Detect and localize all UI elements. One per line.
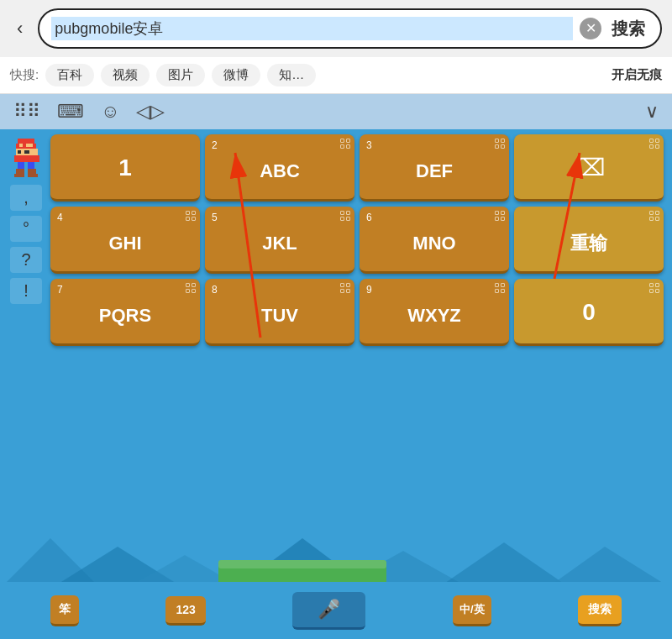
- quick-search-row: 快搜: 百科 视频 图片 微博 知… 开启无痕: [0, 57, 672, 94]
- bottom-key-mic[interactable]: 🎤: [292, 592, 365, 630]
- svg-rect-9: [18, 162, 24, 169]
- quick-tag-image[interactable]: 图片: [156, 64, 205, 86]
- corner-dots-wxyz: [495, 283, 505, 293]
- cursor-icon[interactable]: ◁▷: [136, 101, 165, 123]
- collapse-button[interactable]: ∨: [645, 101, 659, 123]
- back-button[interactable]: ‹: [10, 14, 29, 43]
- svg-rect-11: [16, 169, 24, 174]
- side-char-degree[interactable]: °: [10, 216, 42, 242]
- corner-dots-bs: [649, 139, 659, 149]
- corner-dots-def: [495, 139, 505, 149]
- key-tuv-label: TUV: [261, 305, 298, 327]
- bottom-key-ben[interactable]: 笨: [50, 595, 79, 626]
- svg-rect-6: [24, 150, 29, 154]
- corner-dots-ghi: [186, 211, 196, 221]
- mario-character: [7, 134, 45, 183]
- svg-rect-7: [21, 150, 24, 154]
- key-9-number: 9: [366, 284, 372, 296]
- toolbar-left: ⠿⠿ ⌨ ☺ ◁▷: [13, 101, 165, 123]
- grid-icon[interactable]: ⠿⠿: [13, 101, 40, 123]
- key-4-number: 4: [57, 212, 63, 223]
- no-trace-button[interactable]: 开启无痕: [612, 67, 662, 83]
- search-button[interactable]: 搜索: [608, 18, 648, 40]
- svg-rect-8: [14, 155, 39, 162]
- key-wxyz[interactable]: 9 WXYZ: [360, 279, 509, 346]
- bottom-keyboard-row: 笨 123 🎤 中/英 搜索: [0, 582, 672, 639]
- side-char-exclaim[interactable]: !: [10, 278, 42, 304]
- bottom-key-search[interactable]: 搜索: [578, 595, 622, 626]
- key-def-label: DEF: [416, 160, 453, 182]
- quick-tags: 百科 视频 图片 微博 知…: [45, 64, 605, 86]
- key-mno[interactable]: 6 MNO: [360, 207, 509, 274]
- clear-icon: ✕: [585, 22, 596, 35]
- key-abc-label: ABC: [260, 160, 300, 182]
- svg-rect-23: [218, 560, 386, 568]
- search-input[interactable]: pubgmobile安卓: [51, 17, 573, 40]
- bottom-key-123[interactable]: 123: [165, 596, 205, 626]
- page-wrapper: ‹ pubgmobile安卓 ✕ 搜索 快搜: 百科 视频 图片 微博 知… 开…: [0, 0, 672, 639]
- svg-rect-3: [26, 144, 33, 147]
- bg-decorations: [0, 521, 672, 589]
- quick-tag-video[interactable]: 视频: [101, 64, 150, 86]
- key-0-label: 0: [582, 299, 596, 326]
- key-mno-label: MNO: [412, 233, 455, 254]
- key-wxyz-label: WXYZ: [407, 305, 461, 327]
- emoji-icon[interactable]: ☺: [101, 101, 119, 123]
- key-jkl-label: JKL: [262, 233, 297, 254]
- key-abc[interactable]: 2 ABC: [205, 134, 354, 202]
- side-char-comma[interactable]: ,: [10, 185, 42, 211]
- bg-shapes-svg: [0, 521, 672, 589]
- keyboard-toolbar: ⠿⠿ ⌨ ☺ ◁▷ ∨: [0, 94, 672, 129]
- key-6-number: 6: [366, 212, 372, 223]
- svg-rect-10: [28, 162, 34, 169]
- quick-tag-baike[interactable]: 百科: [45, 64, 94, 86]
- svg-rect-0: [18, 139, 34, 144]
- backspace-icon: ⌫: [572, 154, 606, 181]
- svg-marker-15: [0, 538, 101, 589]
- keyboard-section: ⠿⠿ ⌨ ☺ ◁▷ ∨: [0, 94, 672, 639]
- svg-rect-2: [19, 144, 23, 147]
- corner-dots-zero: [649, 283, 659, 293]
- search-bar-area: ‹ pubgmobile安卓 ✕ 搜索: [0, 0, 672, 57]
- key-7-number: 7: [57, 284, 63, 296]
- corner-dots-mno: [495, 211, 505, 221]
- corner-dots: [340, 139, 350, 149]
- search-box: pubgmobile安卓 ✕ 搜索: [38, 8, 662, 49]
- key-reenter-label: 重输: [570, 231, 607, 256]
- key-1-label: 1: [118, 155, 132, 181]
- key-1[interactable]: 1: [50, 134, 200, 202]
- svg-rect-12: [28, 169, 36, 174]
- quick-label: 快搜:: [10, 67, 39, 83]
- keyboard-body: , ° ? ! 1 2: [0, 129, 672, 346]
- svg-marker-18: [235, 538, 370, 589]
- corner-dots-pqrs: [186, 283, 196, 293]
- key-reenter[interactable]: 重输: [514, 207, 664, 274]
- key-3-number: 3: [366, 139, 372, 151]
- svg-rect-14: [28, 174, 38, 177]
- side-panel: , ° ? !: [5, 134, 47, 304]
- corner-dots-jkl: [340, 211, 350, 221]
- key-ghi-label: GHI: [108, 233, 141, 254]
- bottom-key-zhongying[interactable]: 中/英: [453, 595, 491, 626]
- keyboard-icon[interactable]: ⌨: [57, 101, 84, 123]
- mic-icon: 🎤: [318, 599, 340, 620]
- quick-tag-zhi[interactable]: 知…: [267, 64, 316, 86]
- key-backspace[interactable]: ⌫: [514, 134, 664, 202]
- key-tuv[interactable]: 8 TUV: [205, 279, 354, 346]
- key-ghi[interactable]: 4 GHI: [50, 207, 200, 274]
- key-pqrs[interactable]: 7 PQRS: [50, 279, 200, 346]
- clear-button[interactable]: ✕: [580, 18, 601, 39]
- key-jkl[interactable]: 5 JKL: [205, 207, 354, 274]
- corner-dots-re: [649, 211, 659, 221]
- keys-grid: 1 2 ABC 3 DEF: [47, 134, 667, 346]
- side-char-question[interactable]: ?: [10, 247, 42, 273]
- top-section: ‹ pubgmobile安卓 ✕ 搜索 快搜: 百科 视频 图片 微博 知… 开…: [0, 0, 672, 94]
- mario-icon: [9, 137, 43, 181]
- key-2-number: 2: [212, 139, 218, 151]
- svg-rect-13: [14, 174, 24, 177]
- key-0[interactable]: 0: [514, 279, 664, 346]
- key-5-number: 5: [212, 212, 218, 223]
- key-pqrs-label: PQRS: [99, 305, 151, 327]
- key-def[interactable]: 3 DEF: [360, 134, 509, 202]
- quick-tag-weibo[interactable]: 微博: [212, 64, 260, 86]
